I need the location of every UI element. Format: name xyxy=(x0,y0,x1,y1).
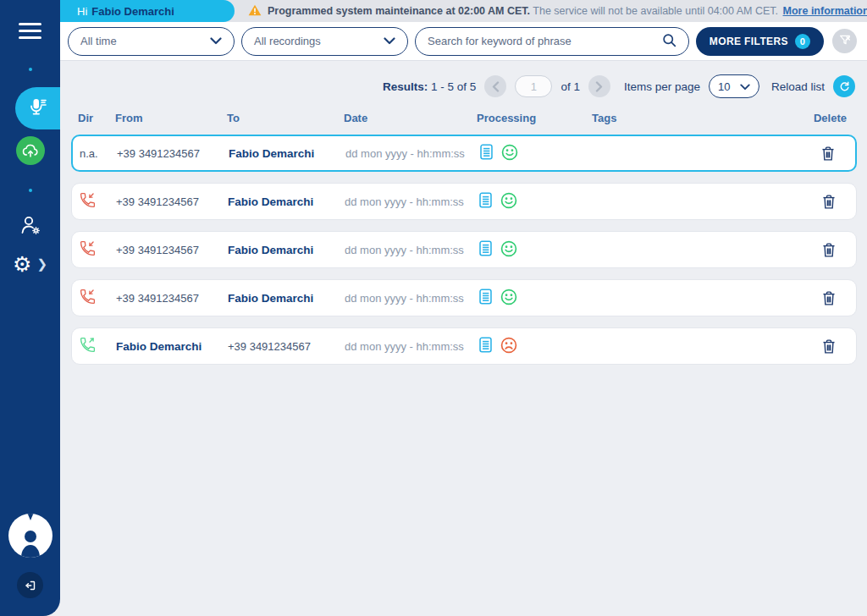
date-value: dd mon yyyy - hh:mm:ss xyxy=(345,195,478,208)
warning-text: The service will not be available until … xyxy=(533,5,778,17)
chevron-down-icon xyxy=(210,35,222,47)
delete-button[interactable] xyxy=(821,193,837,211)
header-date: Date xyxy=(344,112,477,124)
date-value: dd mon yyyy - hh:mm:ss xyxy=(345,244,478,256)
search-box xyxy=(415,27,689,56)
gear-icon: ⚙ xyxy=(13,254,31,275)
date-value: dd mon yyyy - hh:mm:ss xyxy=(345,340,478,353)
delete-button[interactable] xyxy=(821,241,837,259)
delete-button[interactable] xyxy=(820,145,836,162)
delete-button[interactable] xyxy=(821,338,837,355)
items-per-page-label: Items per page xyxy=(624,80,700,93)
to-value: Fabio Demarchi xyxy=(228,244,345,256)
from-value: +39 3491234567 xyxy=(116,244,228,256)
filter-clear-icon xyxy=(838,33,852,49)
more-filters-label: MORE FILTERS xyxy=(710,36,788,47)
sentiment-positive-icon[interactable] xyxy=(500,239,518,261)
delete-button[interactable] xyxy=(821,289,837,307)
more-informations-link[interactable]: More informations xyxy=(783,5,867,17)
header-processing: Processing xyxy=(477,112,592,124)
greeting-badge: Hi Fabio Demarchi xyxy=(60,0,235,22)
items-per-page-dropdown[interactable]: 10 xyxy=(709,74,759,98)
logout-icon xyxy=(17,572,43,598)
next-page-button[interactable] xyxy=(588,75,610,97)
chevron-down-icon xyxy=(384,35,395,47)
reload-list-label: Reload list xyxy=(771,80,825,93)
results-count: Results: 1 - 5 of 5 xyxy=(383,80,476,93)
maintenance-warning: Programmed system mainteinance at 02:00 … xyxy=(248,0,867,22)
previous-page-button[interactable] xyxy=(484,75,506,97)
transcript-icon[interactable] xyxy=(478,239,494,260)
recordings-filter-dropdown[interactable]: All recordings xyxy=(241,27,408,56)
table-row[interactable]: Fabio Demarchi +39 3491234567 dd mon yyy… xyxy=(71,327,857,365)
microphone-icon xyxy=(28,96,48,120)
results-range: 1 - 5 of 5 xyxy=(431,80,476,93)
to-value: Fabio Demarchi xyxy=(228,195,345,208)
transcript-icon[interactable] xyxy=(478,336,494,356)
hamburger-menu-icon[interactable] xyxy=(0,17,60,44)
reload-list-button[interactable] xyxy=(833,75,855,97)
date-value: dd mon yyyy - hh:mm:ss xyxy=(345,292,478,305)
sentiment-negative-icon[interactable] xyxy=(500,336,518,357)
header-from: From xyxy=(115,112,227,124)
user-avatar[interactable] xyxy=(0,514,60,558)
sidebar-item-upload[interactable] xyxy=(0,136,60,165)
filter-bar: All time All recordings MORE FILTERS 0 xyxy=(60,22,867,61)
direction-value: n.a. xyxy=(80,147,117,160)
sidebar-item-user-settings[interactable] xyxy=(0,214,60,239)
search-icon[interactable] xyxy=(662,33,676,50)
sidebar-item-settings[interactable]: ⚙ ❯ xyxy=(0,251,60,277)
incoming-call-icon xyxy=(79,288,116,308)
incoming-call-icon xyxy=(79,191,116,212)
search-input[interactable] xyxy=(428,35,662,47)
user-name: Fabio Demarchi xyxy=(91,5,174,18)
sentiment-positive-icon[interactable] xyxy=(500,191,518,212)
user-gear-icon xyxy=(18,212,43,241)
transcript-icon[interactable] xyxy=(478,191,494,212)
table-header: Dir From To Date Processing Tags Delete xyxy=(71,108,857,127)
header-tags: Tags xyxy=(592,112,803,124)
sidebar: ⚙ ❯ xyxy=(0,0,60,616)
transcript-icon[interactable] xyxy=(478,143,494,163)
sidebar-separator-dot xyxy=(0,68,60,71)
table-row[interactable]: +39 3491234567 Fabio Demarchi dd mon yyy… xyxy=(71,231,857,268)
chevron-down-icon xyxy=(740,80,750,93)
sidebar-item-logout[interactable] xyxy=(0,572,60,598)
table-row[interactable]: +39 3491234567 Fabio Demarchi dd mon yyy… xyxy=(71,183,857,220)
table-row[interactable]: n.a. +39 3491234567 Fabio Demarchi dd mo… xyxy=(71,135,857,172)
header-delete: Delete xyxy=(803,112,857,124)
warning-bold-text: Programmed system mainteinance at 02:00 … xyxy=(268,5,530,17)
from-value: Fabio Demarchi xyxy=(116,340,228,353)
recordings-content: Results: 1 - 5 of 5 of 1 Items per page … xyxy=(60,61,867,616)
main-area: Hi Fabio Demarchi Programmed system main… xyxy=(60,0,867,616)
sidebar-separator-dot xyxy=(0,189,60,192)
top-bar: Hi Fabio Demarchi Programmed system main… xyxy=(60,0,867,22)
app-window: ⚙ ❯ xyxy=(0,0,867,616)
more-filters-count-badge: 0 xyxy=(795,34,810,49)
incoming-call-icon xyxy=(79,239,116,260)
sidebar-item-recordings[interactable] xyxy=(15,87,60,129)
warning-triangle-icon xyxy=(248,4,262,19)
page-number-input[interactable] xyxy=(515,75,552,97)
header-to: To xyxy=(227,112,344,124)
table-row[interactable]: +39 3491234567 Fabio Demarchi dd mon yyy… xyxy=(71,279,857,316)
to-value: Fabio Demarchi xyxy=(229,147,345,160)
from-value: +39 3491234567 xyxy=(117,147,229,160)
outgoing-call-icon xyxy=(79,336,116,356)
results-label: Results: xyxy=(383,80,428,93)
chevron-right-icon: ❯ xyxy=(36,256,47,272)
from-value: +39 3491234567 xyxy=(116,195,228,208)
items-per-page-value: 10 xyxy=(718,80,730,93)
clear-filters-button[interactable] xyxy=(832,29,857,53)
more-filters-button[interactable]: MORE FILTERS 0 xyxy=(696,27,824,56)
sentiment-positive-icon[interactable] xyxy=(500,143,519,164)
sentiment-positive-icon[interactable] xyxy=(500,288,518,309)
greeting-text: Hi xyxy=(77,5,87,18)
time-filter-dropdown[interactable]: All time xyxy=(68,27,235,56)
to-value: Fabio Demarchi xyxy=(228,292,345,305)
date-value: dd mon yyyy - hh:mm:ss xyxy=(345,147,478,160)
from-value: +39 3491234567 xyxy=(116,292,228,305)
time-filter-value: All time xyxy=(80,35,117,47)
transcript-icon[interactable] xyxy=(478,288,494,308)
cloud-upload-icon xyxy=(16,136,45,165)
